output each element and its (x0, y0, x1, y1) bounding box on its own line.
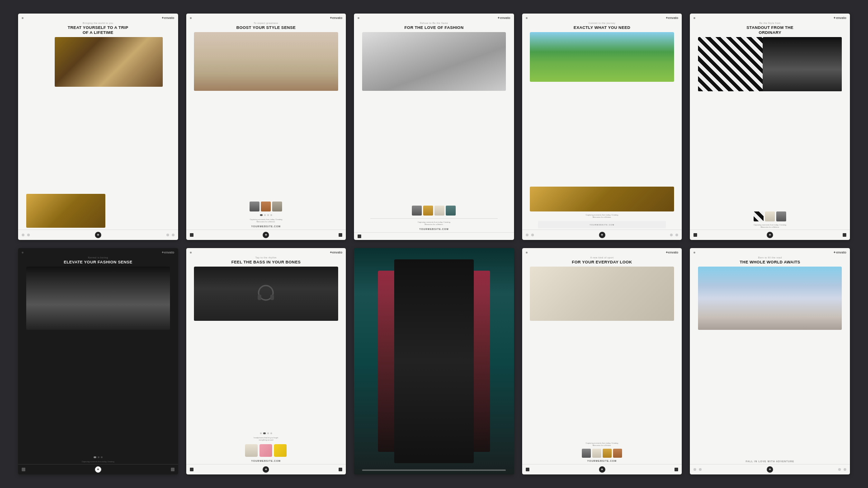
envato-logo: ✦envato (161, 16, 175, 20)
card-title: EXACTLY WHAT YOU NEED (522, 24, 682, 32)
card-title: TREAT YOURSELF TO A TRIPOF A LIFETIME (18, 24, 178, 37)
card-dot (358, 17, 359, 19)
thumbnail[interactable] (592, 449, 601, 458)
card-footer (354, 232, 514, 240)
card-main-image (26, 267, 170, 454)
footer-square (22, 468, 25, 471)
product-row (186, 442, 346, 459)
page-dots (18, 455, 178, 460)
thumbnail[interactable] (754, 211, 764, 221)
thumbnail[interactable] (582, 449, 591, 458)
thumbnail[interactable] (613, 449, 622, 458)
footer-icons (693, 468, 702, 471)
card-website: YOURWEBSITE.COM (186, 224, 346, 230)
footer-icon (693, 468, 696, 471)
thumbnail[interactable] (776, 211, 786, 221)
card-nature: ✦envato Commit to the journey EXACTLY WH… (522, 14, 682, 240)
thumbnail[interactable] (765, 211, 775, 221)
footer-square (675, 468, 678, 471)
thumbnail[interactable] (423, 206, 433, 216)
thumbnail[interactable] (261, 202, 271, 211)
card-footer: + (18, 230, 178, 240)
envato-logo: ✦envato (665, 16, 679, 20)
card-subtitle: A new kind of sport (522, 255, 682, 259)
footer-square (358, 235, 361, 238)
svg-rect-1 (258, 295, 261, 300)
card-fashion: ✦envato Refuse to Be the Same FOR THE LO… (354, 14, 514, 240)
page-dot-active (94, 456, 96, 458)
envato-logo: ✦envato (833, 251, 846, 254)
thumbnail[interactable] (446, 206, 456, 216)
card-description: Capturing moments from today. CreatingMe… (354, 220, 514, 227)
footer-add-btn[interactable]: + (767, 232, 773, 238)
card-thumbnails (186, 200, 346, 213)
card-subtitle: Normal is boring (18, 255, 178, 259)
thumbnail[interactable] (250, 202, 259, 211)
footer-add-btn[interactable]: + (767, 466, 773, 473)
product-item[interactable] (259, 444, 272, 457)
envato-logo: ✦envato (330, 251, 343, 254)
card-world: ✦envato Born to fill the road THE WHOLE … (690, 248, 850, 474)
card-description: Capturing moments from today. CreatingMe… (522, 441, 682, 448)
footer-icon (699, 468, 702, 471)
page-dot-active (263, 432, 266, 434)
footer-add-btn[interactable]: + (263, 232, 269, 238)
product-item[interactable] (245, 444, 258, 457)
card-footer: + (186, 230, 346, 240)
card-dot (526, 252, 528, 253)
footer-add-btn[interactable]: + (263, 466, 269, 473)
card-header: ✦envato (522, 248, 682, 255)
page-dot (260, 432, 262, 434)
footer-add-btn[interactable]: + (599, 466, 605, 473)
card-website: YOURWEBSITE.COM (590, 224, 614, 226)
envato-logo: ✦envato (665, 251, 679, 254)
thumbnail[interactable] (434, 206, 444, 216)
card-header: ✦envato (354, 14, 514, 21)
card-title: ELEVATE YOUR FASHION SENSE (18, 259, 178, 267)
thumbnail[interactable] (412, 206, 422, 216)
footer-icon (27, 234, 30, 236)
card-header: ✦envato (690, 248, 850, 255)
footer-icons-right (838, 468, 846, 471)
card-description: Capturing moments from today. CreatingMe… (186, 217, 346, 224)
product-item[interactable] (274, 444, 287, 457)
card-description: Capturing moments from today. CreatingMe… (522, 213, 682, 220)
footer-square (339, 233, 342, 237)
page-dot (101, 456, 103, 458)
page-dots (186, 431, 346, 436)
footer-add-btn[interactable]: + (599, 232, 605, 238)
envato-logo: ✦envato (497, 16, 510, 20)
card-thumbnails (690, 210, 850, 223)
footer-add-btn[interactable]: + (95, 466, 101, 473)
card-main-image (194, 32, 338, 198)
footer-icon (166, 234, 169, 236)
card-dot (693, 252, 695, 253)
card-footer: + (690, 230, 850, 240)
footer-square (693, 233, 697, 237)
footer-icon (675, 234, 678, 236)
card-title: STANDOUT FROM THEORDINARY (690, 24, 850, 37)
card-thumbnails (354, 204, 514, 217)
page-dot (270, 214, 272, 216)
card-main-image (194, 267, 338, 429)
thumbnail[interactable] (272, 202, 282, 211)
card-header: ✦envato (186, 248, 346, 255)
card-main-image (362, 32, 506, 202)
footer-icons (526, 234, 534, 236)
card-header: ✦envato (186, 14, 346, 21)
card-dark-model (354, 248, 514, 474)
thumbnail[interactable] (603, 449, 612, 458)
envato-logo: ✦envato (833, 16, 846, 20)
footer-add-btn[interactable]: + (95, 232, 101, 238)
card-style: ✦envato To expect greatness BOOST YOUR S… (186, 14, 346, 240)
card-header: ✦envato (690, 14, 850, 21)
card-title: THE WHOLE WORLD AWAITS (690, 259, 850, 267)
footer-square (339, 468, 342, 471)
footer-square (526, 468, 529, 471)
card-footer: + (18, 464, 178, 474)
page-dot (267, 432, 269, 434)
card-footer: + (690, 464, 850, 474)
card-dot (526, 17, 528, 19)
card-header: ✦envato (18, 248, 178, 255)
footer-square (190, 468, 193, 471)
